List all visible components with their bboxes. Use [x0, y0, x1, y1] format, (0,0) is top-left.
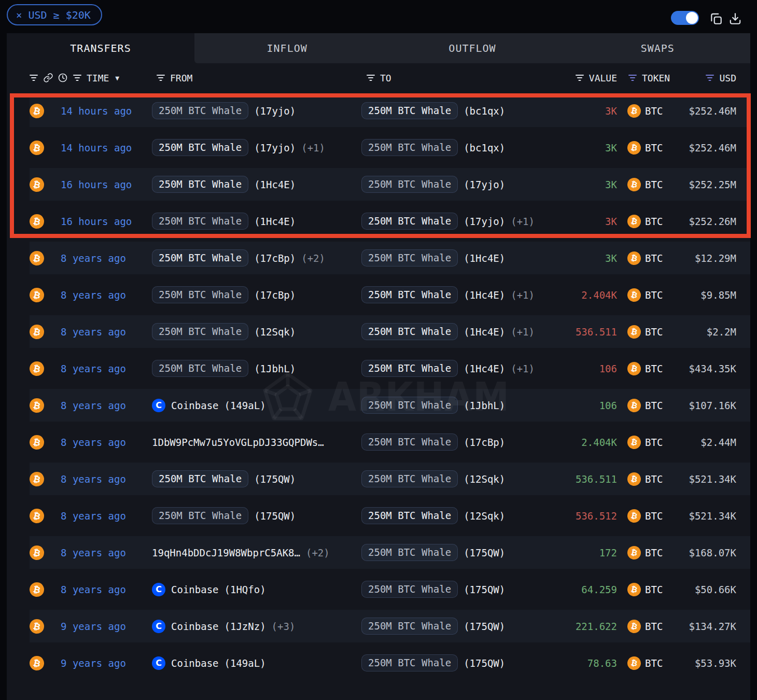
filter-icon[interactable] — [156, 73, 166, 83]
transfer-row[interactable]: ₿8 years ago250M BTC Whale(175QW)250M BT… — [7, 497, 750, 534]
address-text[interactable]: (175QW) — [464, 547, 505, 558]
transfer-row[interactable]: ₿8 years ago250M BTC Whale(175QW)250M BT… — [7, 460, 750, 497]
tab-swaps[interactable]: SWAPS — [565, 33, 750, 63]
time-cell[interactable]: 16 hours ago — [61, 216, 152, 227]
address-text[interactable]: (17yjo) — [254, 142, 296, 153]
time-cell[interactable]: 8 years ago — [61, 510, 152, 522]
token-cell[interactable]: ₿BTC — [617, 509, 677, 523]
time-cell[interactable]: 8 years ago — [61, 547, 152, 558]
time-cell[interactable]: 9 years ago — [61, 621, 152, 632]
time-cell[interactable]: 16 hours ago — [61, 179, 152, 190]
entity-badge[interactable]: 250M BTC Whale — [361, 654, 458, 671]
entity-badge[interactable]: 250M BTC Whale — [361, 544, 458, 561]
address-text[interactable]: (17yjo) — [254, 105, 296, 117]
address-text[interactable]: (17cBp) — [464, 437, 505, 448]
time-cell[interactable]: 9 years ago — [61, 657, 152, 669]
address-text[interactable]: (175QW) — [464, 584, 505, 595]
entity-badge[interactable]: 250M BTC Whale — [361, 581, 458, 598]
entity-badge[interactable]: 250M BTC Whale — [361, 139, 458, 156]
address-text[interactable]: (17cBp) — [254, 289, 296, 301]
token-cell[interactable]: ₿BTC — [617, 620, 677, 633]
token-cell[interactable]: ₿BTC — [617, 325, 677, 339]
tab-transfers[interactable]: TRANSFERS — [7, 33, 194, 63]
entity-name[interactable]: Coinbase — [171, 657, 219, 669]
time-cell[interactable]: 8 years ago — [61, 473, 152, 485]
column-header-value[interactable]: VALUE — [589, 73, 617, 83]
time-cell[interactable]: 8 years ago — [61, 400, 152, 411]
address-text[interactable]: (1Hc4E) — [464, 289, 505, 301]
token-cell[interactable]: ₿BTC — [617, 583, 677, 596]
address-text[interactable]: (12Sqk) — [464, 473, 505, 485]
transfer-row[interactable]: ₿9 years agoCCoinbase(149aL)250M BTC Wha… — [7, 645, 750, 681]
column-header-usd[interactable]: USD — [719, 73, 736, 83]
token-cell[interactable]: ₿BTC — [617, 251, 677, 265]
copy-button[interactable] — [709, 12, 723, 25]
transfer-row[interactable]: ₿14 hours ago250M BTC Whale(17yjo)250M B… — [7, 92, 750, 129]
address-text[interactable]: (1HQfo) — [225, 584, 266, 595]
entity-badge[interactable]: 250M BTC Whale — [361, 470, 458, 487]
column-header-token[interactable]: TOKEN — [642, 73, 670, 83]
transfer-row[interactable]: ₿8 years ago1DbW9PcMw7u5YoVGLpDJ33GQPDWs… — [7, 424, 750, 460]
entity-name[interactable]: Coinbase — [171, 621, 219, 632]
address-text[interactable]: (1Hc4E) — [464, 253, 505, 264]
token-cell[interactable]: ₿BTC — [617, 215, 677, 228]
transfer-row[interactable]: ₿16 hours ago250M BTC Whale(1Hc4E)250M B… — [7, 203, 750, 240]
entity-badge[interactable]: 250M BTC Whale — [361, 618, 458, 635]
token-cell[interactable]: ₿BTC — [617, 546, 677, 559]
entity-badge[interactable]: 250M BTC Whale — [152, 323, 248, 340]
token-cell[interactable]: ₿BTC — [617, 288, 677, 302]
address-text[interactable]: (175QW) — [254, 473, 296, 485]
transfer-row[interactable]: ₿8 years ago19qHn4bDDcJ19W8WbprC5AK8…(+2… — [7, 534, 750, 571]
address-text[interactable]: (149aL) — [225, 400, 266, 411]
token-cell[interactable]: ₿BTC — [617, 656, 677, 670]
time-cell[interactable]: 8 years ago — [61, 437, 152, 448]
time-cell[interactable]: 8 years ago — [61, 363, 152, 374]
entity-badge[interactable]: 250M BTC Whale — [361, 433, 458, 451]
transfer-row[interactable]: ₿8 years ago250M BTC Whale(12Sqk)250M BT… — [7, 313, 750, 350]
tab-outflow[interactable]: OUTFLOW — [380, 33, 565, 63]
download-button[interactable] — [728, 12, 742, 25]
transfer-row[interactable]: ₿8 years agoCCoinbase(149aL)250M BTC Wha… — [7, 387, 750, 424]
entity-badge[interactable]: 250M BTC Whale — [152, 249, 248, 267]
address-text[interactable]: (175QW) — [254, 510, 296, 522]
entity-badge[interactable]: 250M BTC Whale — [361, 286, 458, 303]
address-text[interactable]: (bc1qx) — [464, 142, 505, 153]
token-cell[interactable]: ₿BTC — [617, 178, 677, 191]
time-cell[interactable]: 14 hours ago — [61, 105, 152, 117]
close-icon[interactable]: × — [16, 9, 22, 21]
address-text[interactable]: (1Hc4E) — [254, 216, 296, 227]
entity-badge[interactable]: 250M BTC Whale — [152, 507, 248, 524]
filter-icon-active[interactable] — [627, 73, 638, 83]
address-text[interactable]: (1Hc4E) — [464, 326, 505, 338]
address-text[interactable]: (175QW) — [464, 657, 505, 669]
entity-badge[interactable]: 250M BTC Whale — [361, 323, 458, 340]
entity-badge[interactable]: 250M BTC Whale — [361, 249, 458, 267]
transfer-row[interactable]: ₿14 hours ago250M BTC Whale(17yjo)(+1)25… — [7, 129, 750, 166]
address-text[interactable]: (149aL) — [225, 657, 266, 669]
address-text[interactable]: (bc1qx) — [464, 105, 505, 117]
transfer-row[interactable]: ₿9 years agoCCoinbase(1JzNz)(+3)250M BTC… — [7, 608, 750, 645]
chevron-down-icon[interactable]: ▼ — [115, 74, 119, 82]
entity-badge[interactable]: 250M BTC Whale — [152, 176, 248, 193]
entity-badge[interactable]: 250M BTC Whale — [361, 397, 458, 414]
entity-name[interactable]: Coinbase — [171, 584, 219, 595]
transfer-row[interactable]: ₿16 hours ago250M BTC Whale(1Hc4E)250M B… — [7, 166, 750, 203]
entity-name[interactable]: Coinbase — [171, 400, 219, 411]
entity-badge[interactable]: 250M BTC Whale — [361, 213, 458, 230]
time-cell[interactable]: 8 years ago — [61, 289, 152, 301]
token-cell[interactable]: ₿BTC — [617, 436, 677, 449]
address-text[interactable]: (1JzNz) — [225, 621, 266, 632]
transfer-row[interactable]: ₿8 years ago250M BTC Whale(1JbhL)250M BT… — [7, 350, 750, 387]
address-text[interactable]: 1DbW9PcMw7u5YoVGLpDJ33GQPDWs… — [152, 437, 324, 448]
entity-badge[interactable]: 250M BTC Whale — [361, 102, 458, 119]
entity-badge[interactable]: 250M BTC Whale — [361, 507, 458, 524]
transfer-row[interactable]: ₿8 years agoCCoinbase(1HQfo)250M BTC Wha… — [7, 571, 750, 608]
toggle-switch[interactable] — [671, 11, 699, 25]
token-cell[interactable]: ₿BTC — [617, 472, 677, 486]
clock-icon[interactable] — [58, 73, 68, 83]
address-text[interactable]: 19qHn4bDDcJ19W8WbprC5AK8… — [152, 547, 300, 558]
address-text[interactable]: (175QW) — [464, 621, 505, 632]
address-text[interactable]: (12Sqk) — [254, 326, 296, 338]
time-cell[interactable]: 8 years ago — [61, 253, 152, 264]
filter-icon[interactable] — [72, 73, 82, 83]
